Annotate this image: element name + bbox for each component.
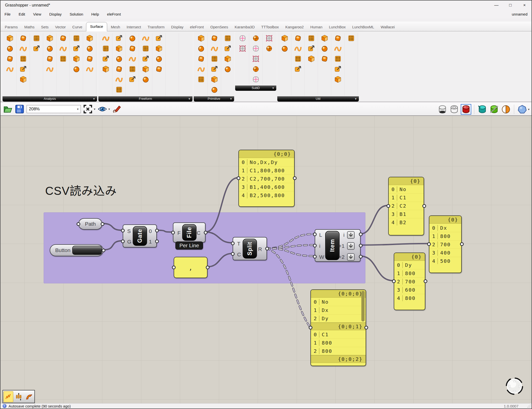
output-connector[interactable] <box>424 279 427 283</box>
panel-row: 3B1,400,600 <box>239 183 294 191</box>
panel-row-value: 800 <box>319 348 332 354</box>
panel-path-header: {0;0;0} <box>311 290 366 298</box>
node-name-capsule[interactable]: File <box>182 224 196 241</box>
node-name-capsule[interactable]: Item <box>325 231 340 260</box>
separator-panel[interactable]: , <box>174 257 208 278</box>
panel-row: 2800 <box>311 347 366 355</box>
panel-path-header: {0} <box>389 177 424 185</box>
panel-scrollbar[interactable] <box>361 291 365 321</box>
canvas-heading-scribble[interactable]: CSV読み込み <box>45 182 117 198</box>
input-connector[interactable] <box>313 255 317 259</box>
input-connector[interactable] <box>121 229 125 232</box>
node-label: Item <box>329 239 336 252</box>
input-connector[interactable] <box>77 222 80 226</box>
panel-row-value: B1 <box>397 211 407 217</box>
output-connector[interactable] <box>206 266 210 269</box>
panel-row: 0Dx <box>429 224 461 232</box>
download-arrow-button[interactable] <box>347 231 355 239</box>
node-label: File <box>186 227 193 238</box>
file-node[interactable]: FileFCPer Line <box>173 222 206 242</box>
panel-row-value: B2 <box>397 219 407 225</box>
autosave-info-icon: ! <box>3 404 7 408</box>
output-connector[interactable] <box>359 232 363 236</box>
panel-row-value: Dy <box>319 315 329 321</box>
input-connector[interactable] <box>386 204 390 208</box>
status-bar: ! Autosave complete (90 seconds ago) 1.0… <box>1 403 531 408</box>
panel-row-index: 4 <box>429 258 438 264</box>
panel-row: 4500 <box>429 257 461 265</box>
panel-csv-lines[interactable]: {0;0}0No,Dx,Dy1C1,800,8002C2,700,7003B1,… <box>238 150 295 207</box>
panel-path-header: {0;0;1} <box>311 322 366 330</box>
panel-path-header: {0;0;2} <box>311 355 366 363</box>
output-connector[interactable] <box>265 247 269 251</box>
panel-row: 3400 <box>429 249 461 257</box>
panel-row: 1800 <box>394 269 425 277</box>
output-connector[interactable] <box>293 176 297 180</box>
panel-row-index: 1 <box>394 270 403 276</box>
output-connector[interactable] <box>422 204 426 208</box>
panel-row: 4B2 <box>389 218 424 226</box>
panel-row-index: 3 <box>239 184 247 190</box>
panel-dy[interactable]: {0}0Dy1800270036004800 <box>394 253 425 310</box>
download-arrow-button[interactable] <box>347 253 355 261</box>
input-connector[interactable] <box>231 252 235 256</box>
path-param[interactable]: Path <box>78 218 102 230</box>
panel-row: 3B1 <box>389 210 424 218</box>
node-name-capsule[interactable]: Split <box>243 239 257 259</box>
input-connector[interactable] <box>313 232 317 236</box>
push-button[interactable] <box>72 246 102 255</box>
split-node[interactable]: SplitTCR <box>233 237 267 260</box>
download-arrow-button[interactable] <box>347 242 355 250</box>
output-connector[interactable] <box>101 222 104 226</box>
input-connector[interactable] <box>231 241 235 245</box>
input-connector[interactable] <box>121 239 125 243</box>
panel-row: 1800 <box>429 232 461 240</box>
input-port-label: i <box>319 243 320 249</box>
item-node[interactable]: ItemLiWi+1+2 <box>315 229 361 262</box>
output-connector[interactable] <box>460 242 464 246</box>
gate-node[interactable]: GateSG01 <box>123 224 157 248</box>
panel-row-index: 1 <box>429 233 438 239</box>
input-connector[interactable] <box>172 266 176 269</box>
button-param[interactable]: Button <box>50 244 103 256</box>
input-connector[interactable] <box>313 244 317 248</box>
output-connector[interactable] <box>155 229 159 232</box>
panel-dx[interactable]: {0}0Dx1800270034004500 <box>429 215 462 273</box>
output-connector[interactable] <box>204 231 208 234</box>
panel-row-value: C2,700,700 <box>247 176 285 182</box>
preview-surface-icon[interactable] <box>24 391 34 402</box>
panel-row-index: 3 <box>429 250 438 256</box>
panel-row-value: C1,800,800 <box>247 168 285 174</box>
gauges-icon[interactable] <box>14 391 24 402</box>
panel-row: 2C2 <box>389 202 424 210</box>
tab-surface[interactable]: Surface <box>86 22 107 31</box>
output-port-label: 0 <box>149 228 152 234</box>
panel-row-index: 3 <box>394 287 403 293</box>
panel-names[interactable]: {0}0No1C12C23B14B2 <box>388 177 424 235</box>
input-connector[interactable] <box>427 242 431 246</box>
button-label: Button <box>55 247 71 253</box>
output-port-label: +1 <box>339 243 345 249</box>
input-connector[interactable] <box>392 279 396 283</box>
output-connector[interactable] <box>359 244 363 248</box>
input-connector[interactable] <box>171 231 175 234</box>
panel-row-index: 0 <box>429 225 438 231</box>
input-connector[interactable] <box>237 176 240 180</box>
panel-row-index: 4 <box>389 219 397 225</box>
panel-row-index: 0 <box>311 299 319 305</box>
draw-fancy-wires-icon[interactable] <box>4 391 13 402</box>
panel-row-value: 800 <box>438 233 451 239</box>
panel-row: 0No <box>311 298 366 306</box>
output-connector[interactable] <box>155 239 159 243</box>
input-connector[interactable] <box>309 326 312 330</box>
panel-row-value: 700 <box>403 279 416 285</box>
panel-tree[interactable]: {0;0;0}0No1Dx2Dy{0;0;1}0C118002800{0;0;2… <box>310 289 366 366</box>
output-connector[interactable] <box>364 326 368 330</box>
panel-row: 4800 <box>394 294 425 302</box>
panel-row-value: Dy <box>403 262 412 268</box>
output-connector[interactable] <box>359 255 363 259</box>
output-connector[interactable] <box>102 249 105 252</box>
node-name-capsule[interactable]: Gate <box>133 226 147 246</box>
canvas-compass-widget[interactable] <box>504 376 524 396</box>
resize-grip[interactable] <box>527 404 530 407</box>
